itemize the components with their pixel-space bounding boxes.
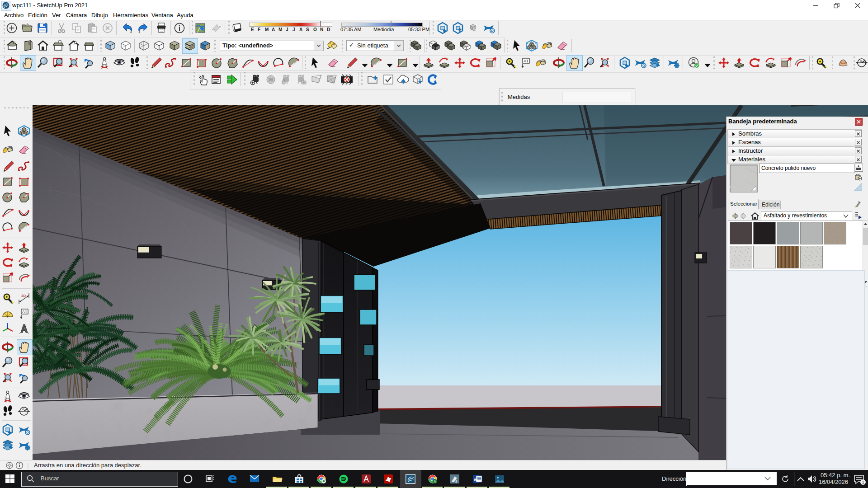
svg-text:G: G <box>860 60 862 62</box>
svg-text:A1: A1 <box>524 59 528 63</box>
svg-text:8: 8 <box>455 479 458 483</box>
svg-text:1: 1 <box>862 480 864 484</box>
svg-text:G: G <box>22 408 24 411</box>
svg-text:A: A <box>434 480 436 483</box>
svg-text:3D: 3D <box>21 294 26 298</box>
svg-text:W: W <box>474 478 478 482</box>
svg-text:A1: A1 <box>22 310 27 314</box>
